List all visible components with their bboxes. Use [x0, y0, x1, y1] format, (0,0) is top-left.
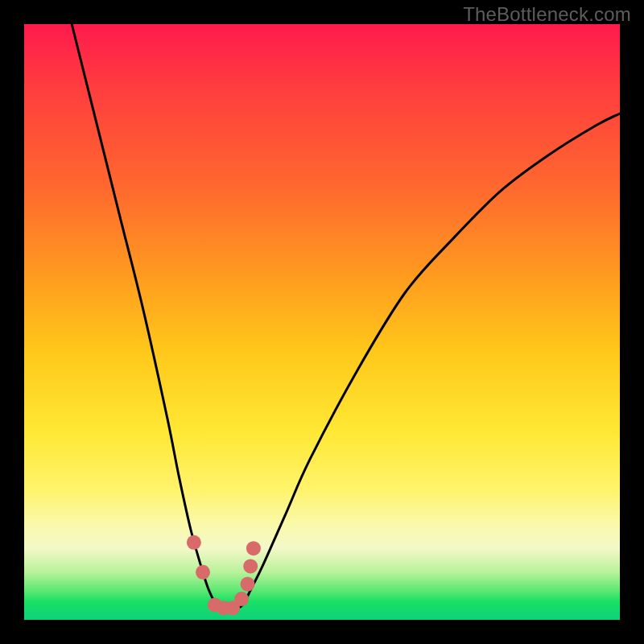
highlight-point — [196, 565, 210, 580]
highlight-point — [187, 535, 201, 550]
watermark-text: TheBottleneck.com — [463, 3, 631, 26]
highlight-markers — [187, 535, 261, 615]
highlight-point — [246, 541, 261, 555]
highlight-point — [241, 577, 255, 592]
highlight-point — [234, 592, 249, 606]
curve-layer — [24, 24, 620, 620]
bottleneck-curve — [72, 24, 620, 609]
plot-area — [24, 24, 620, 620]
chart-stage: TheBottleneck.com — [0, 0, 644, 644]
highlight-point — [243, 559, 258, 573]
